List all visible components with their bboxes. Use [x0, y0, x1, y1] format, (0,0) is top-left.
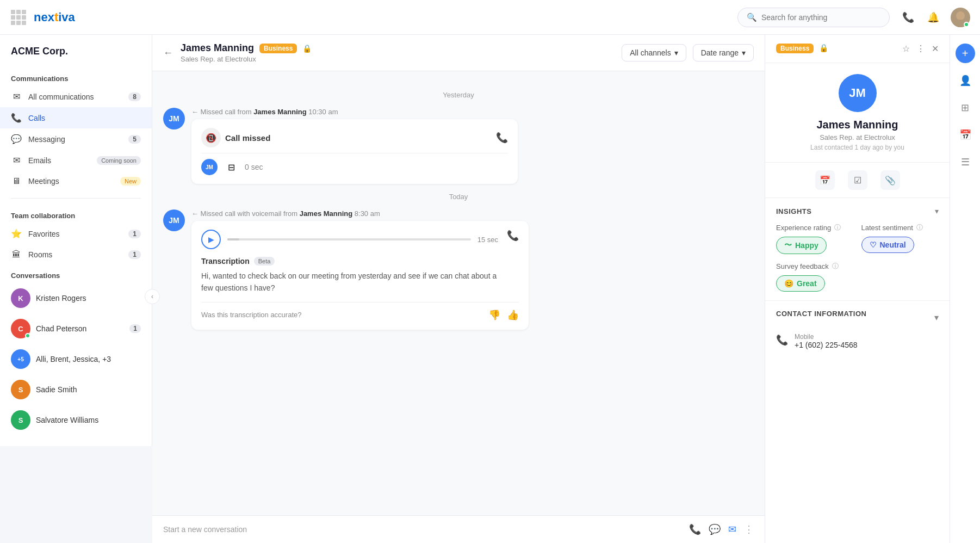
conv-item-sadie[interactable]: S Sadie Smith [0, 374, 152, 405]
experience-rating-label: Experience rating ⓘ [776, 223, 854, 232]
contact-avatar: JM [839, 74, 877, 112]
conv-avatar-group: +5 [11, 349, 30, 369]
sidebar-wrapper: ACME Corp. Communications ✉ All communic… [0, 35, 152, 543]
conv-name-salvatore: Salvatore Williams [36, 416, 141, 424]
conv-item-kristen[interactable]: K Kristen Rogers [0, 283, 152, 313]
chad-online-dot [25, 333, 30, 338]
chat-header-actions: All channels ▾ Date range ▾ [622, 44, 754, 61]
chat-input-placeholder: Start a new conversation [163, 525, 683, 534]
transcription-header: Transcription Beta [201, 257, 498, 266]
play-button[interactable]: ▶ [201, 230, 221, 249]
meetings-badge: New [120, 177, 141, 186]
sidebar-item-rooms[interactable]: 🏛 Rooms 1 [0, 244, 152, 265]
calendar-right-icon[interactable]: 📅 [956, 125, 975, 145]
sidebar-item-meetings[interactable]: 🖥 Meetings New [0, 171, 152, 192]
calendar-action[interactable]: 📅 [815, 170, 835, 190]
chevron-down-icon-2: ▾ [742, 48, 746, 57]
conv-avatar-sadie: S [11, 380, 30, 399]
missed-call-bubble: 📵 Call missed 📞 JM ⊟ 0 sec [191, 119, 518, 184]
main-layout: ACME Corp. Communications ✉ All communic… [0, 35, 980, 543]
messages-area: Yesterday JM ← Missed call from James Ma… [152, 71, 765, 515]
thumbs-down-button[interactable]: 👎 [488, 309, 500, 321]
insights-collapse-icon[interactable]: ▾ [935, 207, 939, 215]
call-duration: 0 sec [245, 163, 263, 171]
call-back-icon-2[interactable]: 📞 [507, 230, 519, 242]
sidebar-item-calls[interactable]: 📞 Calls [0, 107, 152, 128]
transcription-text: Hi, wanted to check back on our meeting … [201, 270, 498, 294]
person-icon[interactable]: 👤 [956, 71, 975, 90]
more-input-icon[interactable]: ⋮ [744, 523, 754, 535]
happy-icon: 〜 [784, 240, 792, 250]
search-bar[interactable]: 🔍 [737, 8, 890, 27]
channels-filter[interactable]: All channels ▾ [622, 44, 686, 61]
star-icon[interactable]: ☆ [902, 44, 910, 54]
all-comms-icon: ✉ [11, 91, 22, 102]
voicemail-meta: ← Missed call with voicemail from James … [191, 209, 754, 218]
messaging-icon: 💬 [11, 134, 22, 144]
tasks-action[interactable]: ☑ [848, 170, 867, 190]
audio-player: ▶ 15 sec [201, 230, 498, 249]
help-icon-sent: ⓘ [916, 223, 923, 232]
sidebar-item-messaging[interactable]: 💬 Messaging 5 [0, 128, 152, 150]
chat-contact-name: James Manning [181, 42, 254, 54]
grid-icon-right[interactable]: ⊞ [956, 98, 975, 118]
more-icon[interactable]: ⋮ [916, 44, 925, 54]
date-filter[interactable]: Date range ▾ [693, 44, 754, 61]
meetings-label: Meetings [28, 177, 114, 186]
sidebar-item-favorites[interactable]: ⭐ Favorites 1 [0, 223, 152, 244]
jm-mini-avatar: JM [201, 159, 218, 175]
message-input-icon[interactable]: 💬 [709, 523, 721, 535]
attachments-action[interactable]: 📎 [880, 170, 900, 190]
day-label-yesterday: Yesterday [163, 91, 754, 99]
conv-item-salvatore[interactable]: S Salvatore Williams [0, 405, 152, 435]
main-chat: ← James Manning Business 🔒 Sales Rep. at… [152, 35, 765, 543]
contact-info-collapse-icon[interactable]: ▾ [934, 312, 939, 323]
close-icon[interactable]: ✕ [932, 44, 939, 54]
messaging-badge: 5 [128, 135, 141, 144]
search-input[interactable] [761, 13, 880, 22]
conv-item-group[interactable]: +5 Alli, Brent, Jessica, +3 [0, 344, 152, 374]
missed-call-phone-icon: 📵 [201, 128, 221, 147]
back-button[interactable]: ← [163, 47, 173, 59]
call-input-icon[interactable]: 📞 [689, 523, 701, 535]
audio-fill [227, 238, 239, 240]
call-back-icon-1[interactable]: 📞 [496, 132, 508, 144]
bell-icon[interactable]: 🔔 [926, 10, 941, 25]
add-button[interactable]: + [956, 44, 975, 63]
jm-avatar-1: JM [163, 108, 185, 129]
sidebar-item-all-communications[interactable]: ✉ All communications 8 [0, 86, 152, 107]
contact-full-name: James Manning [776, 119, 939, 131]
conv-avatar-salvatore: S [11, 410, 30, 430]
voicemail-icon: ⊟ [223, 159, 239, 175]
meetings-icon: 🖥 [11, 176, 22, 186]
messaging-label: Messaging [28, 135, 122, 144]
contact-last-contacted: Last contacted 1 day ago by you [776, 144, 939, 151]
far-right-bar: + 👤 ⊞ 📅 ☰ [950, 35, 980, 543]
day-label-today: Today [163, 193, 754, 201]
top-navigation: nextiva 🔍 📞 🔔 [0, 0, 980, 35]
sidebar: ACME Corp. Communications ✉ All communic… [0, 35, 152, 446]
insights-section: INSIGHTS ▾ Experience rating ⓘ 〜 Happy [765, 198, 950, 301]
heart-icon: ♡ [870, 240, 877, 249]
phone-icon[interactable]: 📞 [901, 10, 916, 25]
insights-title: INSIGHTS [776, 207, 811, 215]
emails-badge: Coming soon [97, 156, 141, 165]
conv-item-chad[interactable]: C Chad Peterson 1 [0, 313, 152, 344]
list-icon[interactable]: ☰ [956, 152, 975, 172]
team-section-title: Team collaboration [0, 205, 152, 223]
chat-header-info: James Manning Business 🔒 Sales Rep. at E… [181, 42, 614, 63]
conv-name-group: Alli, Brent, Jessica, +3 [36, 355, 141, 363]
latest-sentiment-item: Latest sentiment ⓘ ♡ Neutral [861, 223, 939, 254]
logo[interactable]: nextiva [11, 10, 75, 25]
emails-label: Emails [28, 156, 90, 165]
conv-name-kristen: Kristen Rogers [36, 294, 141, 303]
sidebar-item-emails[interactable]: ✉ Emails Coming soon [0, 150, 152, 171]
rooms-icon: 🏛 [11, 250, 22, 260]
voicemail-bubble: ▶ 15 sec Transcription Beta [191, 221, 529, 330]
audio-progress-bar[interactable] [227, 238, 471, 240]
sidebar-collapse-button[interactable]: ‹ [145, 289, 160, 304]
email-input-icon[interactable]: ✉ [728, 523, 736, 535]
thumbs-up-button[interactable]: 👍 [507, 309, 519, 321]
feedback-actions: 👎 👍 [488, 309, 519, 321]
smiley-icon: 😊 [784, 279, 793, 288]
